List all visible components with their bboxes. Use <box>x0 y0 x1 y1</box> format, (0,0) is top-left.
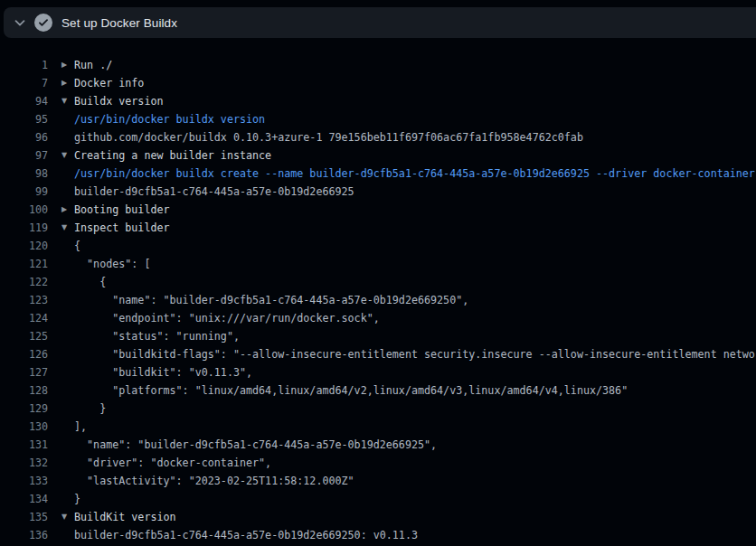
log-line: 127 "buildkit": "v0.11.3", <box>0 363 756 381</box>
arrow-spacer <box>61 381 74 400</box>
log-line: 123 "name": "builder-d9cfb5a1-c764-445a-… <box>0 291 756 309</box>
output-text: "platforms": "linux/amd64,linux/amd64/v2… <box>74 381 628 400</box>
line-number[interactable]: 95 <box>0 110 48 128</box>
group-title: Inspect builder <box>74 219 170 237</box>
log-line: 128 "platforms": "linux/amd64,linux/amd6… <box>0 381 756 400</box>
output-text: "endpoint": "unix:///var/run/docker.sock… <box>74 309 380 327</box>
line-number[interactable]: 100 <box>0 201 48 219</box>
chevron-right-icon[interactable]: ▶ <box>61 56 74 74</box>
chevron-right-icon[interactable]: ▶ <box>61 74 74 92</box>
chevron-down-icon[interactable]: ▼ <box>61 92 74 110</box>
output-text: "name": "builder-d9cfb5a1-c764-445a-a57e… <box>74 291 468 309</box>
arrow-spacer <box>61 291 74 309</box>
log-line: 130], <box>0 418 756 436</box>
group-title: Booting builder <box>74 201 170 219</box>
line-number[interactable]: 131 <box>0 436 48 454</box>
line-number[interactable]: 136 <box>0 526 48 544</box>
line-number[interactable]: 127 <box>0 363 48 381</box>
log-line: 124 "endpoint": "unix:///var/run/docker.… <box>0 309 756 327</box>
output-text: ], <box>74 418 87 436</box>
output-text: { <box>74 237 80 255</box>
line-number[interactable]: 99 <box>0 183 48 201</box>
line-number[interactable]: 129 <box>0 400 48 418</box>
group-title: Docker info <box>74 74 144 92</box>
log-line: 96github.com/docker/buildx 0.10.3+azure-… <box>0 128 756 146</box>
step-header[interactable]: Set up Docker Buildx <box>4 7 756 38</box>
chevron-down-icon[interactable]: ▼ <box>61 508 74 526</box>
output-text: "buildkit": "v0.11.3", <box>74 363 252 381</box>
line-number[interactable]: 124 <box>0 309 48 327</box>
log-line: 99builder-d9cfb5a1-c764-445a-a57e-0b19d2… <box>0 183 756 201</box>
line-number[interactable]: 119 <box>0 219 48 237</box>
log-line: 126 "buildkitd-flags": "--allow-insecure… <box>0 345 756 363</box>
log-line: 136builder-d9cfb5a1-c764-445a-a57e-0b19d… <box>0 526 756 544</box>
log-group-row[interactable]: 100▶Booting builder <box>0 201 756 219</box>
arrow-spacer <box>61 400 74 418</box>
line-number[interactable]: 120 <box>0 237 48 255</box>
arrow-spacer <box>61 418 74 436</box>
arrow-spacer <box>61 490 74 508</box>
arrow-spacer <box>61 363 74 381</box>
line-number[interactable]: 96 <box>0 128 48 146</box>
arrow-spacer <box>61 345 74 363</box>
arrow-spacer <box>61 165 74 183</box>
arrow-spacer <box>61 526 74 544</box>
line-number[interactable]: 1 <box>0 56 48 74</box>
output-text: "driver": "docker-container", <box>74 454 271 472</box>
log-container: 1▶Run ./7▶Docker info94▼Buildx version95… <box>0 56 756 544</box>
chevron-down-icon[interactable] <box>13 15 27 30</box>
line-number[interactable]: 133 <box>0 472 48 490</box>
arrow-spacer <box>61 255 74 273</box>
line-number[interactable]: 123 <box>0 291 48 309</box>
step-title: Set up Docker Buildx <box>61 16 177 30</box>
group-title: Run ./ <box>74 56 112 74</box>
line-number[interactable]: 122 <box>0 273 48 291</box>
line-number[interactable]: 128 <box>0 381 48 400</box>
arrow-spacer <box>61 110 74 128</box>
output-text: } <box>74 490 80 508</box>
arrow-spacer <box>61 472 74 490</box>
log-line: 133 "lastActivity": "2023-02-25T11:58:12… <box>0 472 756 490</box>
output-text: "status": "running", <box>74 327 240 345</box>
log-group-row[interactable]: 135▼BuildKit version <box>0 508 756 526</box>
output-text: github.com/docker/buildx 0.10.3+azure-1 … <box>74 128 583 146</box>
log-line: 98/usr/bin/docker buildx create --name b… <box>0 165 756 183</box>
output-text: "name": "builder-d9cfb5a1-c764-445a-a57e… <box>74 436 437 454</box>
line-number[interactable]: 121 <box>0 255 48 273</box>
line-number[interactable]: 7 <box>0 74 48 92</box>
arrow-spacer <box>61 309 74 327</box>
arrow-spacer <box>61 237 74 255</box>
line-number[interactable]: 97 <box>0 146 48 165</box>
arrow-spacer <box>61 128 74 146</box>
arrow-spacer <box>61 327 74 345</box>
line-number[interactable]: 126 <box>0 345 48 363</box>
log-line: 131 "name": "builder-d9cfb5a1-c764-445a-… <box>0 436 756 454</box>
line-number[interactable]: 135 <box>0 508 48 526</box>
group-title: BuildKit version <box>74 508 176 526</box>
log-line: 121 "nodes": [ <box>0 255 756 273</box>
line-number[interactable]: 94 <box>0 92 48 110</box>
chevron-down-icon[interactable]: ▼ <box>61 219 74 237</box>
log-line: 95/usr/bin/docker buildx version <box>0 110 756 128</box>
check-circle-icon <box>34 14 52 32</box>
output-text: builder-d9cfb5a1-c764-445a-a57e-0b19d2e6… <box>74 526 418 544</box>
command-text: /usr/bin/docker buildx create --name bui… <box>74 165 755 183</box>
log-group-row[interactable]: 94▼Buildx version <box>0 92 756 110</box>
chevron-right-icon[interactable]: ▶ <box>61 201 74 219</box>
chevron-down-icon[interactable]: ▼ <box>61 146 74 165</box>
arrow-spacer <box>61 454 74 472</box>
log-group-row[interactable]: 119▼Inspect builder <box>0 219 756 237</box>
log-line: 120{ <box>0 237 756 255</box>
line-number[interactable]: 132 <box>0 454 48 472</box>
log-line: 134} <box>0 490 756 508</box>
line-number[interactable]: 125 <box>0 327 48 345</box>
log-group-row[interactable]: 1▶Run ./ <box>0 56 756 74</box>
output-text: builder-d9cfb5a1-c764-445a-a57e-0b19d2e6… <box>74 183 354 201</box>
line-number[interactable]: 98 <box>0 165 48 183</box>
line-number[interactable]: 130 <box>0 418 48 436</box>
group-title: Creating a new builder instance <box>74 146 271 165</box>
log-group-row[interactable]: 97▼Creating a new builder instance <box>0 146 756 165</box>
log-group-row[interactable]: 7▶Docker info <box>0 74 756 92</box>
output-text: "buildkitd-flags": "--allow-insecure-ent… <box>74 345 756 363</box>
line-number[interactable]: 134 <box>0 490 48 508</box>
